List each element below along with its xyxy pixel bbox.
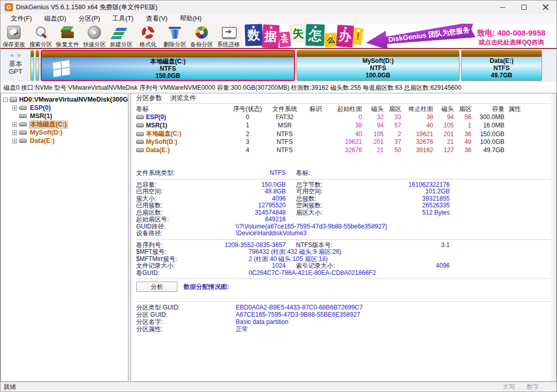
ad-qq-link[interactable]: 或点击此处选择QQ咨询 [479, 38, 544, 47]
row-seq: 0 [229, 113, 266, 121]
minimize-button[interactable] [492, 1, 513, 14]
detail-label: 总簇数: [286, 195, 367, 203]
toolbar-button[interactable]: 删除分区 [161, 24, 188, 48]
row-end-head: 201 [433, 130, 454, 138]
table-row[interactable]: MSR(1) 1 MSR 38 94 57 40 105 1 16.0MB [136, 121, 551, 129]
used-space-strip [297, 51, 459, 57]
detail-row: 起始扇区号: 649216 [136, 216, 551, 223]
row-filesystem: FAT32 [266, 113, 303, 121]
tree-item[interactable]: MSR(1) [2, 112, 127, 120]
next-disk-arrow[interactable]: » [17, 51, 21, 59]
vertical-scrollbar[interactable] [551, 93, 556, 381]
detail-label: 文件系统类型: [136, 170, 223, 177]
data-allocation-label: 数据分配情况图: [184, 283, 229, 291]
tree-item[interactable]: + ESP(0) [2, 104, 127, 112]
maximize-button[interactable] [513, 1, 535, 14]
detail-row: 设备路径: \Device\HarddiskVolume3 [136, 230, 551, 237]
detail-label: 总字节数: [286, 182, 367, 189]
toolbar-button[interactable]: 保存更改 [1, 24, 27, 48]
row-end-sector: 36 [454, 146, 471, 154]
partition-detail-panel: 分区参数 浏览文件 卷标 序号(状态) 文件系统 标识 起始柱面 磁头 扇区 终… [130, 93, 556, 382]
partition-block-d[interactable]: MySoft(D:) NTFS 100.0GB [297, 50, 460, 81]
row-start-head: 201 [362, 138, 384, 145]
menu-item[interactable]: 文件(F) [5, 14, 38, 24]
partition-fs: NTFS [462, 64, 542, 72]
expand-toggle[interactable]: + [12, 122, 17, 127]
partition-label: 本地磁盘(C:) [42, 58, 294, 65]
toolbar-button[interactable]: 恢复文件 [54, 24, 81, 48]
partition-label: MySoft(D:) [297, 57, 459, 64]
toolbar-button-label: 搜索分区 [27, 41, 54, 48]
ad-slogan-tile: ! [352, 27, 364, 45]
detail-row: 已用空间: 48.8GB 可用空间: 101.2GB [136, 188, 551, 195]
expand-toggle[interactable]: + [12, 130, 17, 135]
partition-body: 本地磁盘(C:) NTFS 150.0GB [42, 57, 294, 80]
analyze-button[interactable]: 分析 [136, 282, 177, 292]
prev-disk-arrow[interactable]: « [10, 51, 14, 59]
menu-item[interactable]: 分区(P) [72, 14, 106, 24]
toolbar-button-label: 快速分区 [81, 41, 108, 48]
close-button[interactable] [535, 1, 556, 14]
row-end-sector: 1 [454, 122, 471, 129]
toolbar-button[interactable]: 格式化 [135, 24, 161, 48]
table-row[interactable]: ESP(0) 0 FAT32 0 32 33 38 94 56 300.0MB [136, 113, 551, 121]
partition-icon [19, 106, 27, 110]
partition-label: Data(E:) [462, 57, 542, 64]
detail-value: 150.0GB [223, 182, 286, 189]
row-capacity: 100.0GB [471, 138, 504, 145]
detail-value: 786432 (柱面:432 磁头:9 扇区:26) [223, 249, 450, 256]
tab-browse-files[interactable]: 浏览文件 [170, 94, 196, 103]
detail-value: 314574848 [223, 209, 286, 217]
menu-item[interactable]: 帮助(H) [174, 14, 208, 24]
detail-value: 4096 [223, 195, 286, 203]
detail-value: 39321855 [367, 195, 450, 203]
detail-value: \Device\HarddiskVolume3 [223, 230, 450, 237]
expand-toggle[interactable]: + [12, 106, 17, 110]
tree-item[interactable]: + MySoft(D:) [2, 128, 127, 137]
tree-root-disk[interactable]: - HD0:VMwareVirtualNVMeDisk(300GB) [2, 95, 127, 104]
menu-item[interactable]: 查看(V) [140, 14, 174, 24]
toolbar: 保存更改 搜索分区 恢复文件 快速分区 [1, 24, 556, 48]
minimize-icon [500, 7, 505, 8]
menu-item[interactable]: 磁盘(D) [38, 14, 72, 24]
row-start-sector: 57 [384, 122, 401, 129]
expand-toggle[interactable]: + [12, 139, 17, 143]
detail-value: 649216 [223, 216, 286, 223]
ad-banner[interactable]: 数据丢失怎么办! DiskGenius 团队为您服务 致电: 400-008-9… [243, 24, 556, 48]
table-row[interactable]: 本地磁盘(C:) 2 NTFS 40 105 2 19621 201 36 15… [136, 129, 551, 138]
row-filesystem: NTFS [266, 146, 303, 154]
diskgenius-window: G DiskGenius V5.6.1.1580 x64 免费版(单文件PE版)… [0, 0, 557, 392]
tree-item[interactable]: + Data(E:) [2, 137, 127, 145]
toolbar-button[interactable]: 搜索分区 [27, 24, 54, 48]
toolbar-button[interactable]: 系统迁移 [215, 24, 242, 48]
partition-block-esp[interactable] [30, 50, 34, 81]
detail-value: 3.1 [367, 242, 450, 249]
table-row[interactable]: Data(E:) 4 NTFS 32676 21 50 39162 127 36… [136, 146, 551, 154]
expand-toggle[interactable]: - [3, 97, 8, 102]
used-space-strip [31, 51, 34, 57]
toolbar-button-label: 删除分区 [161, 41, 188, 48]
partition-icon [19, 114, 27, 118]
row-seq: 4 [229, 146, 266, 154]
toolbar-button[interactable]: 快速分区 [81, 24, 108, 48]
row-end-sector: 36 [454, 130, 471, 138]
ad-slogan-tile: 么 [324, 32, 337, 47]
row-end-cyl: 32676 [401, 138, 433, 145]
row-end-sector: 49 [454, 138, 471, 145]
menu-item[interactable]: 工具(T) [106, 14, 140, 24]
col-filesystem: 文件系统 [266, 105, 303, 113]
tab-partition-params[interactable]: 分区参数 [136, 94, 162, 103]
partition-block-e[interactable]: Data(E:) NTFS 49.7GB [461, 50, 542, 81]
toolbar-button[interactable]: 新建分区 [108, 24, 135, 48]
system-migration-icon [221, 25, 236, 40]
toolbar-button[interactable]: 备份分区 [188, 24, 215, 48]
new-partition-icon [113, 25, 129, 40]
detail-value: A67CE165-7595-47D3-9B88-55BE6E358927 [223, 311, 551, 318]
menu-bar: 文件(F)磁盘(D)分区(P)工具(T)查看(V)帮助(H) [1, 14, 556, 24]
detail-label: $MFTMirr簇号: [136, 256, 223, 263]
partition-block-msr[interactable] [36, 50, 39, 81]
partition-block-c[interactable]: 本地磁盘(C:) NTFS 150.0GB [41, 50, 295, 81]
tree-item[interactable]: + 本地磁盘(C:) [2, 120, 127, 128]
table-row[interactable]: MySoft(D:) 3 NTFS 19621 201 37 32676 21 … [136, 138, 551, 146]
row-start-sector: 2 [384, 130, 401, 138]
